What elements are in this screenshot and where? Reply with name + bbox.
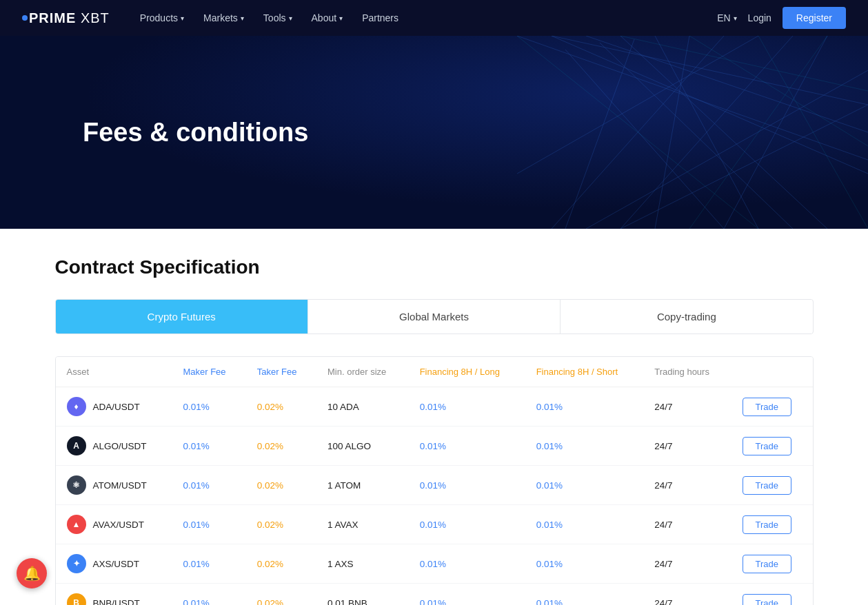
cell-trading-hours-2: 24/7 xyxy=(643,466,731,505)
cell-action-2: Trade xyxy=(731,466,813,505)
cell-asset-4: ✦ AXS/USDT xyxy=(56,544,172,584)
cell-min-order-1: 100 ALGO xyxy=(316,427,409,466)
tab-crypto-futures[interactable]: Crypto Futures xyxy=(56,300,308,334)
table-inner: Asset Maker Fee Taker Fee Min. order siz… xyxy=(56,357,813,605)
cell-min-order-2: 1 ATOM xyxy=(316,466,409,505)
navbar: PRIME XBT Products ▾ Markets ▾ Tools ▾ A… xyxy=(0,0,868,36)
asset-icon-1: A xyxy=(67,436,86,455)
nav-partners[interactable]: Partners xyxy=(354,7,407,29)
asset-name-3: AVAX/USDT xyxy=(93,520,145,530)
nav-right: EN ▾ Login Register xyxy=(717,7,846,29)
cell-taker-fee-5: 0.02% xyxy=(246,584,316,606)
login-button[interactable]: Login xyxy=(748,12,771,23)
cell-maker-fee-4: 0.01% xyxy=(172,544,245,584)
cell-min-order-5: 0.01 BNB xyxy=(316,584,409,606)
cell-fin-long-3: 0.01% xyxy=(409,505,525,544)
cell-fin-long-0: 0.01% xyxy=(409,387,525,427)
chevron-down-icon: ▾ xyxy=(734,14,737,22)
cell-trading-hours-3: 24/7 xyxy=(643,505,731,544)
cell-maker-fee-2: 0.01% xyxy=(172,466,245,505)
table-header-row: Asset Maker Fee Taker Fee Min. order siz… xyxy=(56,357,813,387)
cell-asset-0: ♦ ADA/USDT xyxy=(56,387,172,427)
cell-maker-fee-5: 0.01% xyxy=(172,584,245,606)
cell-asset-5: B BNB/USDT xyxy=(56,584,172,606)
chevron-down-icon: ▾ xyxy=(339,14,343,22)
cell-fin-short-4: 0.01% xyxy=(525,544,644,584)
col-maker-fee: Maker Fee xyxy=(172,357,245,387)
cell-taker-fee-0: 0.02% xyxy=(246,387,316,427)
register-button[interactable]: Register xyxy=(783,7,846,29)
asset-icon-2: ⚛ xyxy=(67,475,86,495)
cell-action-5: Trade xyxy=(731,584,813,606)
contract-table-container: Asset Maker Fee Taker Fee Min. order siz… xyxy=(55,356,814,605)
tabs-container: Crypto Futures Global Markets Copy-tradi… xyxy=(55,299,814,334)
chevron-down-icon: ▾ xyxy=(241,14,244,22)
asset-name-5: BNB/USDT xyxy=(93,598,140,606)
trade-button-1[interactable]: Trade xyxy=(743,437,791,455)
asset-icon-0: ♦ xyxy=(67,397,86,416)
nav-links: Products ▾ Markets ▾ Tools ▾ About ▾ Par… xyxy=(132,7,717,29)
main-content: Contract Specification Crypto Futures Gl… xyxy=(41,229,827,605)
tab-global-markets[interactable]: Global Markets xyxy=(308,300,561,334)
section-title: Contract Specification xyxy=(55,256,814,278)
asset-icon-4: ✦ xyxy=(67,554,86,573)
cell-fin-short-2: 0.01% xyxy=(525,466,644,505)
cell-fin-short-1: 0.01% xyxy=(525,427,644,466)
contract-table: Asset Maker Fee Taker Fee Min. order siz… xyxy=(56,357,813,605)
table-row: ♦ ADA/USDT 0.01% 0.02% 10 ADA 0.01% 0.01… xyxy=(56,387,813,427)
trade-button-3[interactable]: Trade xyxy=(743,515,791,534)
notification-button[interactable]: 🔔 xyxy=(17,558,47,588)
col-fin-short: Financing 8H / Short xyxy=(525,357,644,387)
col-trading-hours: Trading hours xyxy=(643,357,731,387)
table-row: ⚛ ATOM/USDT 0.01% 0.02% 1 ATOM 0.01% 0.0… xyxy=(56,466,813,505)
trade-button-0[interactable]: Trade xyxy=(743,398,791,416)
cell-min-order-3: 1 AVAX xyxy=(316,505,409,544)
cell-fin-long-2: 0.01% xyxy=(409,466,525,505)
asset-name-4: AXS/USDT xyxy=(93,559,140,569)
cell-taker-fee-4: 0.02% xyxy=(246,544,316,584)
cell-taker-fee-1: 0.02% xyxy=(246,427,316,466)
asset-name-1: ALGO/USDT xyxy=(93,441,147,451)
logo-prime: PRIME xyxy=(29,10,76,25)
chevron-down-icon: ▾ xyxy=(181,14,184,22)
cell-taker-fee-2: 0.02% xyxy=(246,466,316,505)
cell-trading-hours-4: 24/7 xyxy=(643,544,731,584)
cell-maker-fee-0: 0.01% xyxy=(172,387,245,427)
table-row: ✦ AXS/USDT 0.01% 0.02% 1 AXS 0.01% 0.01%… xyxy=(56,544,813,584)
cell-action-3: Trade xyxy=(731,505,813,544)
nav-products[interactable]: Products ▾ xyxy=(132,7,192,29)
bell-icon: 🔔 xyxy=(23,565,41,582)
nav-markets[interactable]: Markets ▾ xyxy=(195,7,252,29)
tab-copy-trading[interactable]: Copy-trading xyxy=(561,300,812,334)
cell-fin-long-5: 0.01% xyxy=(409,584,525,606)
nav-tools[interactable]: Tools ▾ xyxy=(255,7,301,29)
cell-action-0: Trade xyxy=(731,387,813,427)
logo[interactable]: PRIME XBT xyxy=(22,10,110,26)
col-min-order: Min. order size xyxy=(316,357,409,387)
col-action xyxy=(731,357,813,387)
asset-name-0: ADA/USDT xyxy=(93,402,140,412)
asset-icon-3: ▲ xyxy=(67,515,86,534)
page-title: Fees & conditions xyxy=(83,118,308,147)
table-row: ▲ AVAX/USDT 0.01% 0.02% 1 AVAX 0.01% 0.0… xyxy=(56,505,813,544)
language-selector[interactable]: EN ▾ xyxy=(717,12,736,23)
nav-about[interactable]: About ▾ xyxy=(303,7,352,29)
trade-button-2[interactable]: Trade xyxy=(743,476,791,495)
cell-min-order-0: 10 ADA xyxy=(316,387,409,427)
cell-fin-short-0: 0.01% xyxy=(525,387,644,427)
cell-action-4: Trade xyxy=(731,544,813,584)
cell-taker-fee-3: 0.02% xyxy=(246,505,316,544)
trade-button-5[interactable]: Trade xyxy=(743,594,791,606)
asset-name-2: ATOM/USDT xyxy=(93,480,147,491)
trade-button-4[interactable]: Trade xyxy=(743,555,791,573)
cell-asset-2: ⚛ ATOM/USDT xyxy=(56,466,172,505)
cell-maker-fee-1: 0.01% xyxy=(172,427,245,466)
cell-fin-short-3: 0.01% xyxy=(525,505,644,544)
col-fin-long: Financing 8H / Long xyxy=(409,357,525,387)
asset-icon-5: B xyxy=(67,593,86,605)
cell-min-order-4: 1 AXS xyxy=(316,544,409,584)
chevron-down-icon: ▾ xyxy=(289,14,292,22)
cell-fin-short-5: 0.01% xyxy=(525,584,644,606)
cell-fin-long-4: 0.01% xyxy=(409,544,525,584)
cell-fin-long-1: 0.01% xyxy=(409,427,525,466)
